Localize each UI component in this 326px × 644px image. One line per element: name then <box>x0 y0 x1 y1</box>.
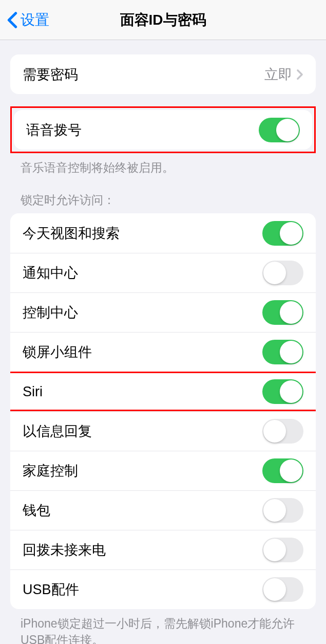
toggle-knob <box>276 119 299 141</box>
notification-center-label: 通知中心 <box>23 264 262 282</box>
control-center-label: 控制中心 <box>23 303 262 322</box>
require-passcode-value: 立即 <box>264 65 292 84</box>
lock-screen-widgets-label: 锁屏小组件 <box>23 343 262 361</box>
siri-label: Siri <box>23 384 262 400</box>
page-title: 面容ID与密码 <box>120 10 206 30</box>
voice-dial-group: 语音拨号 <box>14 110 312 150</box>
usb-accessories-label: USB配件 <box>23 580 262 599</box>
wallet-row: 钱包 <box>10 490 316 530</box>
wallet-label: 钱包 <box>23 501 262 520</box>
usb-accessories-row: USB配件 <box>10 569 316 609</box>
voice-dial-label: 语音拨号 <box>26 121 259 139</box>
navbar: 设置 面容ID与密码 <box>0 0 326 40</box>
return-missed-calls-row: 回拨未接来电 <box>10 530 316 569</box>
home-control-label: 家庭控制 <box>23 462 262 480</box>
voice-dial-footer: 音乐语音控制将始终被启用。 <box>0 153 326 176</box>
lock-screen-widgets-row: 锁屏小组件 <box>10 332 316 372</box>
wallet-toggle[interactable] <box>262 498 303 523</box>
voice-dial-row: 语音拨号 <box>14 110 312 150</box>
today-view-row: 今天视图和搜索 <box>10 213 316 253</box>
reply-with-message-label: 以信息回复 <box>23 422 262 440</box>
lockscreen-footer: iPhone锁定超过一小时后，需先解锁iPhone才能允许USB配件连接。 <box>0 609 326 644</box>
siri-highlight-wrapper: Siri <box>10 372 316 411</box>
require-passcode-row[interactable]: 需要密码 立即 <box>10 54 316 94</box>
home-control-row: 家庭控制 <box>10 451 316 490</box>
today-view-label: 今天视图和搜索 <box>23 224 262 243</box>
control-center-toggle[interactable] <box>262 300 303 325</box>
lockscreen-group: 今天视图和搜索 通知中心 控制中心 锁屏小组件 Siri 以信息回复 <box>10 213 316 609</box>
notification-center-toggle[interactable] <box>262 261 303 285</box>
siri-row: Siri <box>10 372 316 411</box>
back-label: 设置 <box>21 10 49 30</box>
require-passcode-group: 需要密码 立即 <box>10 54 316 94</box>
lock-screen-widgets-toggle[interactable] <box>262 340 303 364</box>
chevron-left-icon <box>7 11 17 29</box>
chevron-right-icon <box>296 69 303 80</box>
notification-center-row: 通知中心 <box>10 253 316 292</box>
voice-dial-highlight: 语音拨号 <box>10 106 316 153</box>
usb-accessories-toggle[interactable] <box>262 577 303 602</box>
reply-with-message-toggle[interactable] <box>262 419 303 444</box>
control-center-row: 控制中心 <box>10 292 316 332</box>
return-missed-calls-toggle[interactable] <box>262 538 303 562</box>
back-button[interactable]: 设置 <box>0 10 49 30</box>
lockscreen-header: 锁定时允许访问： <box>0 176 326 213</box>
voice-dial-toggle[interactable] <box>259 118 300 142</box>
siri-toggle[interactable] <box>262 379 303 404</box>
reply-with-message-row: 以信息回复 <box>10 411 316 451</box>
return-missed-calls-label: 回拨未接来电 <box>23 541 262 559</box>
require-passcode-label: 需要密码 <box>23 65 264 84</box>
today-view-toggle[interactable] <box>262 221 303 246</box>
home-control-toggle[interactable] <box>262 458 303 483</box>
